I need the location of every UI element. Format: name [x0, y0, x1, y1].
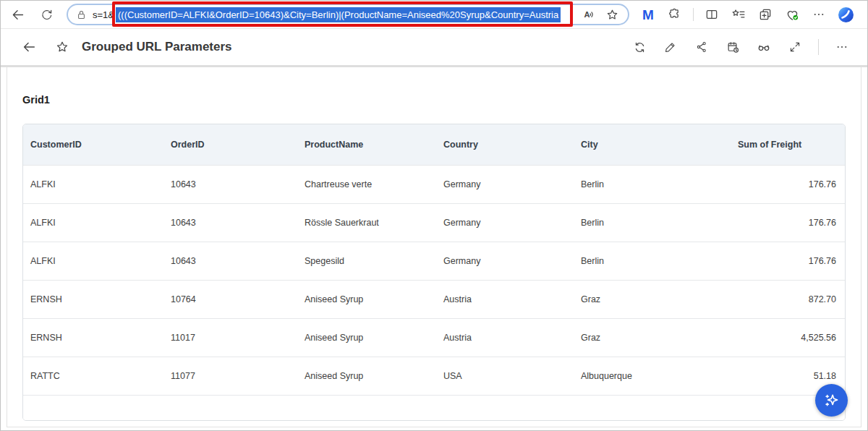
report-more-button[interactable] [833, 38, 851, 56]
cell-customer-id: ERNSH [23, 294, 163, 304]
cell-product-name: Chartreuse verte [297, 179, 436, 189]
share-icon [695, 40, 708, 54]
cell-customer-id: ERNSH [23, 333, 163, 343]
report-share-button[interactable] [692, 38, 711, 56]
favorites-hub-icon [731, 7, 746, 22]
ai-assistant-fab[interactable] [815, 384, 848, 417]
toolbar-divider [693, 8, 694, 21]
url-prefix-text: s=1& [93, 9, 114, 20]
cell-product-name: Spegesild [297, 256, 436, 266]
column-header: ProductName [297, 140, 436, 150]
add-favorite-button[interactable] [603, 5, 621, 24]
cell-sum-of-freight: 872.70 [731, 294, 845, 304]
cell-product-name: Aniseed Syrup [297, 294, 436, 304]
cell-order-id: 10643 [163, 179, 297, 189]
cell-country: USA [436, 371, 574, 381]
grid-title: Grid1 [22, 67, 846, 106]
report-title: Grouped URL Parameters [82, 40, 232, 54]
address-bar[interactable]: s=1& (((CustomerID=ALFKI&OrderID=10643)&… [67, 4, 629, 25]
cell-product-name: Aniseed Syrup [297, 371, 436, 381]
cell-sum-of-freight: 176.76 [731, 218, 845, 228]
grid-empty-row [23, 395, 845, 420]
cell-customer-id: ALFKI [23, 256, 163, 266]
refresh-icon [40, 8, 54, 22]
malwarebytes-extension-button[interactable]: M [638, 4, 658, 25]
cell-product-name: Rössle Sauerkraut [297, 218, 436, 228]
read-aloud-icon: A [582, 8, 596, 22]
ai-sparkle-icon [823, 392, 841, 409]
cell-city: Berlin [574, 256, 731, 266]
edit-pencil-icon [664, 40, 677, 54]
favorite-star-icon [55, 40, 69, 54]
copilot-button[interactable] [835, 4, 856, 25]
report-favorite-button[interactable] [53, 38, 72, 56]
copilot-icon [838, 7, 854, 23]
report-header: Grouped URL Parameters [1, 29, 867, 67]
report-schedule-button[interactable] [723, 38, 742, 56]
cell-order-id: 11017 [163, 333, 297, 343]
cell-order-id: 11077 [163, 371, 297, 381]
cell-order-id: 10764 [163, 294, 297, 304]
cell-country: Austria [436, 294, 574, 304]
back-button[interactable] [7, 4, 28, 25]
url-selected-text: (((CustomerID=ALFKI&OrderID=10643)&City=… [116, 7, 561, 22]
cell-country: Germany [436, 218, 574, 228]
column-header: CustomerID [23, 140, 163, 150]
cell-city: Graz [574, 333, 731, 343]
cell-sum-of-freight: 4,525.56 [731, 333, 845, 343]
report-preview-button[interactable] [754, 38, 773, 56]
column-header: City [574, 140, 731, 150]
refresh-button[interactable] [35, 4, 57, 25]
cell-order-id: 10643 [163, 256, 297, 266]
cell-sum-of-freight: 176.76 [731, 256, 845, 266]
malwarebytes-icon: M [642, 8, 654, 22]
collections-button[interactable] [755, 4, 775, 25]
report-back-button[interactable] [20, 38, 38, 56]
back-icon [10, 7, 25, 22]
back-icon [21, 39, 37, 55]
table-row: RATTC 11077 Aniseed Syrup USA Albuquerqu… [23, 357, 845, 395]
cell-customer-id: ALFKI [23, 218, 163, 228]
browser-settings-button[interactable] [809, 4, 829, 25]
more-icon [835, 40, 848, 54]
cell-country: Germany [436, 179, 574, 189]
cell-city: Albuquerque [574, 371, 731, 381]
table-row: ERNSH 11017 Aniseed Syrup Austria Graz 4… [23, 318, 845, 357]
cell-customer-id: ALFKI [23, 179, 163, 189]
cell-city: Berlin [574, 179, 731, 189]
browser-toolbar: s=1& (((CustomerID=ALFKI&OrderID=10643)&… [1, 1, 867, 29]
column-header: Country [436, 140, 574, 150]
toolbar-divider [818, 39, 819, 55]
refresh-icon [633, 40, 647, 54]
fullscreen-icon [788, 40, 801, 54]
browser-essentials-icon [785, 7, 800, 22]
split-screen-button[interactable] [702, 4, 722, 25]
cell-city: Berlin [574, 218, 731, 228]
report-edit-button[interactable] [661, 38, 680, 56]
browser-window: s=1& (((CustomerID=ALFKI&OrderID=10643)&… [0, 0, 868, 431]
column-header: Sum of Freight [731, 140, 845, 150]
schedule-calendar-icon [726, 40, 740, 54]
table-row: ERNSH 10764 Aniseed Syrup Austria Graz 8… [23, 280, 845, 318]
report-fullscreen-button[interactable] [786, 38, 804, 56]
report-refresh-button[interactable] [630, 38, 649, 56]
collections-icon [758, 7, 773, 22]
table-row: ALFKI 10643 Chartreuse verte Germany Ber… [23, 165, 845, 203]
cell-country: Austria [436, 333, 574, 343]
cell-order-id: 10643 [163, 218, 297, 228]
read-aloud-button[interactable]: A [579, 5, 598, 24]
more-icon [812, 8, 825, 21]
browser-essentials-button[interactable] [782, 4, 802, 25]
browser-extension-icons: M [638, 4, 856, 25]
cell-product-name: Aniseed Syrup [297, 333, 436, 343]
table-row: ALFKI 10643 Rössle Sauerkraut Germany Be… [23, 203, 845, 242]
glasses-preview-icon [757, 40, 771, 54]
cell-sum-of-freight: 51.18 [731, 371, 845, 381]
favorites-hub-button[interactable] [728, 4, 749, 25]
extensions-button[interactable] [665, 4, 685, 25]
grid-header-row: CustomerIDOrderIDProductNameCountryCityS… [23, 124, 845, 165]
favorite-star-icon [605, 8, 619, 22]
cell-sum-of-freight: 176.76 [731, 179, 845, 189]
split-screen-icon [705, 7, 719, 22]
cell-customer-id: RATTC [23, 371, 163, 381]
